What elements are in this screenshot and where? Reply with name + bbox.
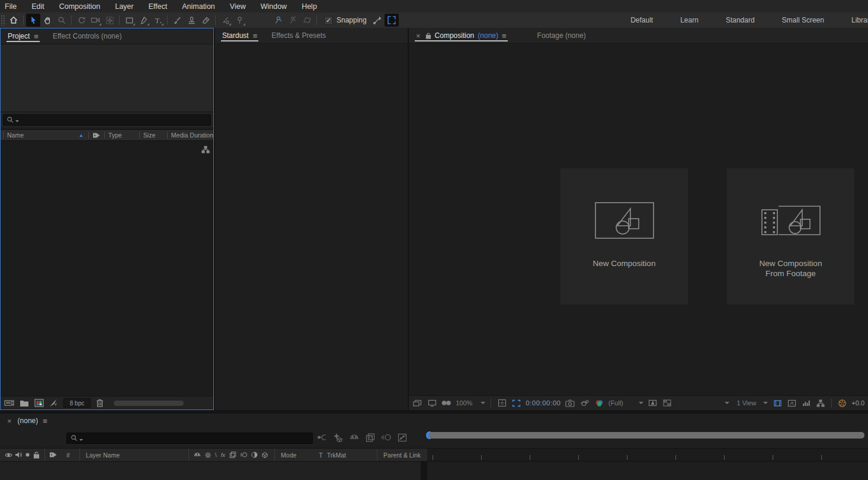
close-icon[interactable]: × — [416, 31, 421, 40]
toolbar-grip[interactable] — [1, 15, 5, 25]
region-of-interest-icon[interactable] — [511, 398, 521, 408]
tab-effects-presets[interactable]: Effects & Presets — [264, 28, 333, 43]
column-t[interactable]: T — [319, 452, 322, 459]
resolution-dropdown[interactable]: (Full) — [608, 399, 643, 407]
time-ruler[interactable] — [427, 449, 868, 461]
timeline-tab-label[interactable]: (none) — [18, 417, 39, 425]
motion-blur-icon[interactable] — [380, 431, 392, 443]
roto-brush-tool-icon[interactable] — [218, 14, 232, 27]
preview-time-icon[interactable] — [787, 398, 797, 408]
workspace-standard[interactable]: Standard — [726, 16, 755, 24]
video-eye-icon[interactable] — [5, 452, 12, 458]
project-item-list[interactable] — [1, 141, 213, 396]
tab-composition[interactable]: × Composition (none) ≡ — [409, 28, 514, 43]
bit-depth-button[interactable]: 8 bpc — [63, 398, 91, 408]
brush-tool-icon[interactable] — [170, 14, 184, 27]
interpret-footage-icon[interactable] — [4, 399, 14, 407]
menu-edit[interactable]: Edit — [31, 2, 44, 11]
magnification-glasses-icon[interactable] — [441, 398, 451, 408]
column-size[interactable]: Size — [143, 132, 167, 139]
capture-region-icon[interactable] — [385, 14, 399, 27]
project-search-input[interactable] — [3, 114, 211, 126]
search-options-icon[interactable] — [79, 439, 83, 441]
puppet-pin-tool-icon[interactable] — [232, 14, 246, 27]
primary-viewer-icon[interactable] — [427, 398, 437, 408]
puppet-bend-pin-icon[interactable] — [286, 14, 300, 27]
exposure-value[interactable]: +0.0 — [851, 399, 864, 407]
renderer-dropdown[interactable] — [677, 402, 729, 404]
shy-switch-icon[interactable] — [194, 452, 201, 458]
workspace-libraries[interactable]: Libraries — [851, 16, 868, 24]
solo-icon[interactable] — [25, 452, 30, 457]
eraser-tool-icon[interactable] — [198, 14, 213, 27]
shy-icon[interactable] — [348, 431, 360, 443]
label-tag-icon[interactable] — [49, 452, 57, 458]
snapping-checkbox[interactable]: ✓ — [324, 16, 333, 25]
workspace-small-screen[interactable]: Small Screen — [782, 16, 824, 24]
hand-tool-icon[interactable] — [40, 14, 55, 27]
column-parent-link[interactable]: Parent & Link — [383, 452, 421, 459]
workspace-learn[interactable]: Learn — [680, 16, 699, 24]
project-horizontal-scrollbar[interactable] — [114, 401, 184, 406]
puppet-advanced-pin-icon[interactable] — [300, 14, 314, 27]
panel-menu-icon[interactable]: ≡ — [502, 31, 507, 40]
column-type[interactable]: Type — [108, 132, 139, 139]
new-composition-icon[interactable] — [34, 399, 44, 407]
composition-mini-flowchart-icon[interactable] — [316, 431, 328, 443]
delete-trash-icon[interactable] — [96, 399, 104, 407]
workspace-default[interactable]: Default — [630, 16, 653, 24]
camera-tool-icon[interactable] — [88, 14, 103, 27]
home-icon[interactable] — [7, 14, 21, 27]
menu-effect[interactable]: Effect — [148, 2, 167, 11]
sort-ascending-icon[interactable]: ▲ — [79, 133, 84, 138]
pan-behind-tool-icon[interactable] — [103, 14, 117, 27]
track-lanes-area[interactable] — [427, 462, 868, 480]
layer-list-area[interactable] — [0, 462, 421, 480]
panel-menu-icon[interactable]: ≡ — [253, 31, 258, 40]
quality-switch-icon[interactable]: \ — [215, 452, 217, 458]
toggle-mask-visibility-icon[interactable] — [772, 398, 782, 408]
snapping-control[interactable]: ✓ Snapping — [324, 16, 367, 25]
column-name[interactable]: Name — [7, 132, 24, 139]
frame-blend-switch-icon[interactable] — [229, 452, 236, 458]
draft-3d-icon[interactable] — [332, 431, 344, 443]
timeline-search-input[interactable] — [66, 433, 313, 444]
menu-help[interactable]: Help — [302, 2, 317, 11]
fast-previews-icon[interactable] — [648, 398, 658, 408]
tab-footage[interactable]: Footage (none) — [530, 28, 593, 43]
transparency-grid-icon[interactable] — [662, 398, 672, 408]
channels-icon[interactable] — [594, 398, 604, 408]
audio-icon[interactable] — [15, 452, 22, 458]
project-flowchart-icon[interactable] — [201, 146, 210, 153]
reset-exposure-icon[interactable] — [837, 398, 847, 408]
timeline-splitter[interactable] — [421, 462, 427, 480]
time-navigator-bar[interactable] — [428, 432, 864, 439]
always-preview-icon[interactable] — [412, 398, 422, 408]
zoom-level-dropdown[interactable]: 100% — [456, 399, 485, 407]
new-folder-icon[interactable] — [20, 399, 29, 407]
tab-project[interactable]: Project ≡ — [1, 28, 46, 44]
menu-file[interactable]: File — [5, 2, 17, 11]
grid-guides-icon[interactable] — [497, 398, 507, 408]
panel-menu-icon[interactable]: ≡ — [43, 417, 47, 425]
graph-editor-icon[interactable] — [396, 431, 408, 443]
column-mode[interactable]: Mode — [281, 452, 296, 459]
column-layer-name[interactable]: Layer Name — [86, 452, 120, 459]
snap-along-edges-icon[interactable] — [370, 14, 385, 27]
column-trkmat[interactable]: TrkMat — [327, 452, 346, 459]
current-time-display[interactable]: 0:00:00:00 — [526, 399, 560, 407]
menu-animation[interactable]: Animation — [182, 2, 215, 11]
menu-window[interactable]: Window — [261, 2, 287, 11]
panel-menu-icon[interactable]: ≡ — [34, 32, 39, 41]
fx-switch-icon[interactable]: fx — [221, 452, 225, 458]
3d-layer-switch-icon[interactable] — [261, 452, 268, 459]
type-tool-icon[interactable]: T — [150, 14, 165, 27]
collapse-transformations-icon[interactable] — [204, 452, 212, 459]
clone-stamp-tool-icon[interactable] — [184, 14, 198, 27]
project-settings-icon[interactable] — [49, 399, 58, 407]
column-number[interactable]: # — [66, 452, 70, 459]
menu-composition[interactable]: Composition — [59, 2, 100, 11]
rectangle-tool-icon[interactable] — [122, 14, 136, 27]
exposure-histogram-icon[interactable] — [801, 398, 811, 408]
rotate-tool-icon[interactable] — [74, 14, 88, 27]
